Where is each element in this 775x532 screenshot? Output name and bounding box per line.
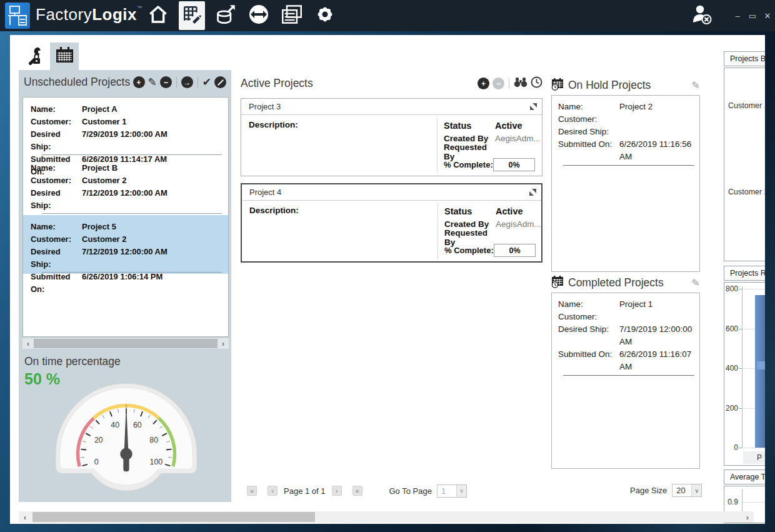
y-tick: 0.9 [724,498,738,506]
unscheduled-panel: Unscheduled Projects + ✎ − → ✔ Name:Proj… [19,70,231,502]
history-clock-icon[interactable] [531,76,542,91]
field-label: Submitted On: [31,271,82,296]
find-binoculars-icon[interactable] [514,77,528,90]
data-import-nav-button[interactable] [213,0,238,31]
remove-project-button[interactable]: − [160,76,172,88]
expand-card-icon[interactable] [529,187,536,198]
card-divider [437,118,438,173]
projects-by-panel: Projects B Customer 1 Customer 2 [724,51,765,261]
settings-nav-button[interactable] [312,0,338,31]
titlebar-right: – ▭ ✕ [691,0,775,31]
edit-project-button[interactable]: ✎ [148,76,157,88]
remove-active-button-disabled[interactable]: − [492,78,504,89]
last-page-button[interactable]: » [352,486,362,496]
tab-schedule[interactable] [50,43,79,70]
project-list-item[interactable]: Name:Project B Customer:Customer 2 Desir… [23,156,228,215]
schedule-nav-button[interactable] [179,1,205,30]
card-divider [438,203,438,259]
user-logout-icon [691,16,712,27]
content-area: Unscheduled Projects + ✎ − → ✔ Name:Proj… [10,35,765,524]
project-list-item[interactable]: Name:Project A Customer:Customer 1 Desir… [23,98,228,156]
scroll-right-arrow[interactable]: › [741,511,754,523]
home-nav-button[interactable] [146,0,171,31]
list-separator [563,165,694,166]
page-indicator: Page 1 of 1 [284,486,326,496]
active-toolbar: + − [478,76,542,91]
unscheduled-title: Unscheduled Projects [24,76,130,89]
unscheduled-toolbar: + ✎ − → ✔ [133,76,227,88]
scroll-left-arrow[interactable]: ‹ [22,338,34,349]
field-label: Customer: [31,174,82,187]
project-list-item-selected[interactable]: Name:Project 5 Customer:Customer 2 Desir… [23,215,228,274]
field-value: 7/12/2019 12:00:00 AM [82,246,168,271]
field-value: 6/26/2019 11:16:07 AM [619,348,699,373]
accept-button[interactable]: ✔ [202,76,211,88]
schedule-project-button[interactable]: → [181,76,193,88]
field-label: Desired Ship: [31,187,82,212]
legend-label: Customer 2 [728,188,765,196]
field-label: Name: [31,103,82,116]
active-pager: « ‹ Page 1 of 1 › » Go To Page 1 ∨ [247,483,467,498]
y-tick: 800 [724,284,738,293]
scroll-right-arrow[interactable]: › [218,338,229,349]
chevron-down-icon: ∨ [456,485,466,497]
sync-nav-button[interactable] [246,0,271,31]
edit-completed-button[interactable]: ✎ [692,277,700,289]
scrollbar-thumb[interactable] [32,512,315,522]
field-label: Name: [31,162,82,174]
field-label: Submitted On: [558,138,619,163]
scroll-left-arrow[interactable]: ‹ [19,511,31,523]
status-label: Status [444,121,495,131]
x-category-label: P [743,451,765,464]
field-value: Project A [82,103,118,116]
prev-page-button[interactable]: ‹ [268,486,278,496]
chart-bar [755,295,765,448]
description-label: Description: [249,206,299,215]
goto-page-combobox[interactable]: 1 ∨ [437,484,467,498]
percent-complete-field[interactable]: 0% [493,158,535,171]
tab-configuration[interactable] [19,44,48,70]
factorylogix-logo-icon [5,3,30,29]
close-button[interactable]: ✕ [760,11,775,21]
page-size-combobox[interactable]: 20 ∨ [672,484,702,497]
calendar-icon [54,46,74,67]
add-active-button[interactable]: + [478,78,489,89]
next-page-button[interactable]: › [332,486,342,496]
list-separator [42,213,222,214]
field-label: Customer: [31,116,82,128]
y-tick: 400 [724,364,738,373]
maximize-button[interactable]: ▭ [745,11,760,21]
legend-label: Customer 1 [728,101,765,110]
y-tick: 600 [724,324,738,333]
chevron-down-icon: ∨ [691,484,701,496]
panel-header: Projects B [724,51,765,66]
completed-item[interactable]: Name:Project 1 Customer: Desired Ship:7/… [558,298,699,376]
ontime-gauge: 020406080100 [49,381,204,500]
page-size-label: Page Size [630,486,667,495]
status-label: Status [444,206,496,216]
edit-on-hold-button[interactable]: ✎ [692,79,700,91]
active-card-project4-selected[interactable]: Project 4 Description: StatusActive Crea… [241,183,542,263]
field-label: Desired Ship: [558,323,619,348]
on-hold-item[interactable]: Name:Project 2 Customer: Desired Ship: S… [558,101,699,166]
expand-card-icon[interactable] [530,101,537,113]
scrollbar-thumb[interactable] [34,339,218,348]
percent-complete-field[interactable]: 0% [494,244,536,257]
svg-text:80: 80 [149,436,158,444]
reports-nav-button[interactable] [279,0,304,31]
window-frame: Unscheduled Projects + ✎ − → ✔ Name:Proj… [0,31,775,532]
svg-text:0: 0 [94,458,99,466]
field-value: Customer 2 [82,233,127,246]
created-by-value: AegisAdm... [495,134,541,143]
first-page-button[interactable]: « [247,486,257,496]
reject-button[interactable] [214,76,226,88]
requested-by-label: Requested By [444,143,495,161]
user-logout-button[interactable] [691,4,712,28]
status-value: Active [496,206,523,216]
active-card-project3[interactable]: Project 3 Description: StatusActive Crea… [241,98,542,176]
field-value: Customer 2 [82,174,127,187]
add-project-button[interactable]: + [133,76,145,88]
field-label: Customer: [31,233,82,246]
minimize-button[interactable]: – [730,11,745,21]
svg-text:20: 20 [94,436,103,444]
